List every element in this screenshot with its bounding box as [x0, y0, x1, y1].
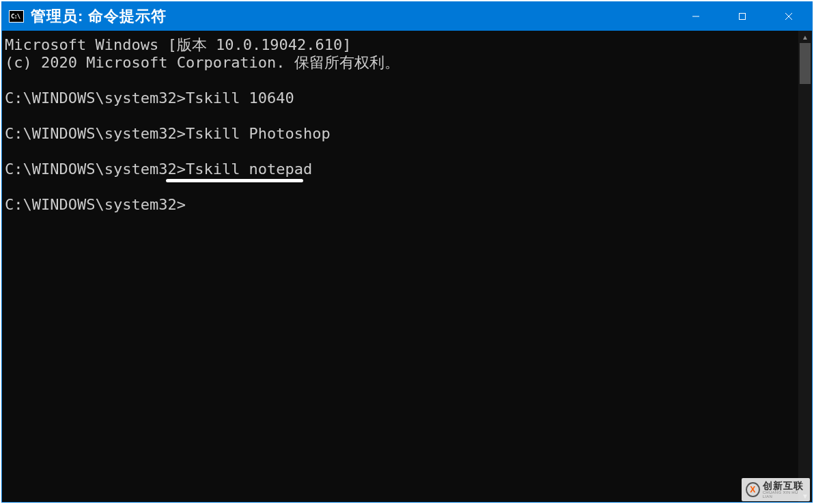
- maximize-icon: [738, 12, 746, 20]
- app-icon: C:\: [9, 10, 24, 23]
- watermark-main: 创新互联: [763, 481, 806, 490]
- terminal-line: C:\WINDOWS\system32>: [5, 196, 796, 214]
- svg-rect-1: [740, 14, 746, 20]
- vertical-scrollbar[interactable]: ▲ ▼: [798, 31, 812, 502]
- terminal-line: [5, 178, 796, 196]
- close-button[interactable]: [766, 2, 812, 31]
- app-icon-glyph: C:\: [11, 13, 20, 20]
- watermark-logo-char: X: [750, 485, 755, 494]
- terminal-line: [5, 143, 796, 160]
- watermark-logo-icon: X: [746, 482, 760, 497]
- minimize-icon: [692, 12, 700, 20]
- titlebar[interactable]: C:\ 管理员: 命令提示符: [2, 2, 812, 31]
- scrollbar-thumb[interactable]: [800, 43, 811, 84]
- close-icon: [785, 12, 793, 20]
- watermark-text: 创新互联 CHUANG XIN HU LIAN: [763, 481, 806, 499]
- scroll-up-icon[interactable]: ▲: [798, 31, 812, 43]
- terminal-line: C:\WINDOWS\system32>Tskill notepad: [5, 160, 796, 178]
- window-title: 管理员: 命令提示符: [31, 6, 167, 27]
- cmd-window: C:\ 管理员: 命令提示符 Microsoft: [1, 1, 813, 503]
- terminal-line: (c) 2020 Microsoft Corporation. 保留所有权利。: [5, 54, 796, 72]
- terminal-line: C:\WINDOWS\system32>Tskill 10640: [5, 89, 796, 107]
- maximize-button[interactable]: [719, 2, 766, 31]
- terminal-line: Microsoft Windows [版本 10.0.19042.610]: [5, 36, 796, 54]
- window-controls: [673, 2, 812, 31]
- watermark-sub: CHUANG XIN HU LIAN: [763, 490, 806, 499]
- minimize-button[interactable]: [673, 2, 719, 31]
- terminal-line: [5, 72, 796, 89]
- terminal-output[interactable]: Microsoft Windows [版本 10.0.19042.610](c)…: [2, 31, 798, 502]
- terminal-line: C:\WINDOWS\system32>Tskill Photoshop: [5, 125, 796, 143]
- terminal-line: [5, 107, 796, 125]
- client-area: Microsoft Windows [版本 10.0.19042.610](c)…: [2, 31, 812, 502]
- watermark: X 创新互联 CHUANG XIN HU LIAN: [742, 478, 810, 501]
